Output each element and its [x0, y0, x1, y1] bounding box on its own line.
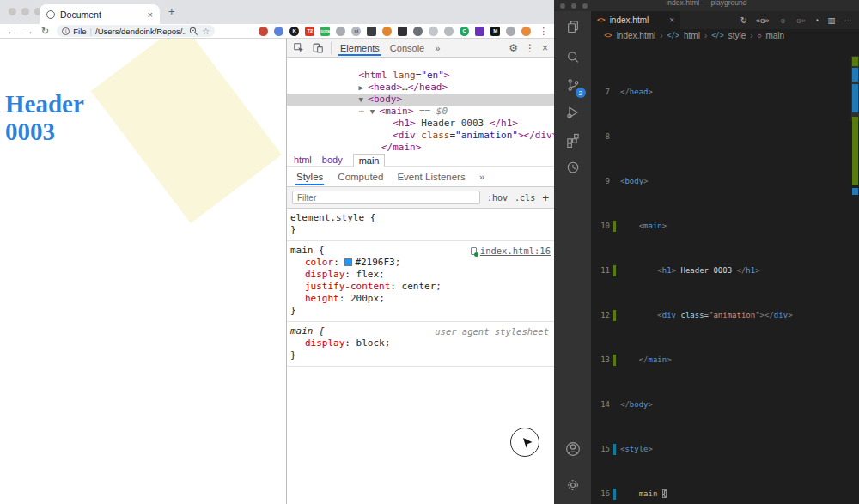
- breadcrumb-item[interactable]: index.html: [617, 31, 656, 40]
- tabbar-action-icon[interactable]: -o-: [778, 15, 789, 25]
- favicon-globe-icon: [46, 10, 55, 19]
- code-line[interactable]: 13 </main>: [591, 355, 859, 366]
- tab-close-icon[interactable]: ×: [148, 9, 153, 20]
- extension-icon[interactable]: K: [289, 27, 299, 36]
- rule-main[interactable]: main { index.html:16 color: #2196F3; dis…: [287, 241, 554, 322]
- devtools-menu-icon[interactable]: ⋮: [525, 42, 535, 54]
- breadcrumb-item[interactable]: main: [765, 31, 784, 40]
- search-icon[interactable]: [554, 47, 591, 68]
- stylesheet-source-link[interactable]: index.html:16: [480, 245, 551, 257]
- editor-tab[interactable]: <> index.html ×: [591, 11, 680, 29]
- timeline-clock-icon[interactable]: [554, 157, 591, 178]
- extension-icon[interactable]: [475, 27, 484, 36]
- device-toolbar-icon[interactable]: [312, 42, 324, 54]
- code-line[interactable]: 12 <div class="animation"></div>: [591, 310, 859, 321]
- tabbar-action-icon[interactable]: ◔: [814, 15, 819, 25]
- css-token: center: [402, 281, 436, 292]
- code-line[interactable]: 8: [591, 131, 859, 143]
- code-line[interactable]: 11 <h1> Header 0003 </h1>: [591, 265, 859, 276]
- extension-icon[interactable]: [521, 27, 531, 36]
- extension-icon[interactable]: [274, 27, 283, 36]
- extension-icon[interactable]: 72: [305, 27, 314, 36]
- extension-icon[interactable]: si: [351, 27, 361, 36]
- explorer-icon[interactable]: [554, 16, 591, 37]
- breadcrumb-html[interactable]: html: [294, 155, 312, 165]
- extension-icon[interactable]: [336, 27, 345, 36]
- devtools-toolbar: Elements Console » ⚙ ⋮ ×: [287, 39, 554, 58]
- breadcrumb-main[interactable]: main: [353, 154, 386, 167]
- account-icon[interactable]: [554, 439, 591, 459]
- code-line[interactable]: 10 <main>: [591, 221, 859, 232]
- source-control-icon[interactable]: 2: [554, 75, 591, 95]
- more-tabs-icon[interactable]: »: [433, 40, 442, 56]
- rule-user-agent[interactable]: main { user agent stylesheet display: bl…: [287, 322, 554, 367]
- browser-menu-icon[interactable]: ⋮: [539, 26, 554, 37]
- tabbar-action-icon[interactable]: ▥: [828, 15, 836, 25]
- extension-icon[interactable]: [506, 27, 515, 36]
- breadcrumb-body[interactable]: body: [322, 155, 343, 165]
- window-minimize-button[interactable]: [21, 8, 29, 15]
- bookmark-star-icon[interactable]: ☆: [202, 27, 210, 36]
- extension-icon[interactable]: [367, 27, 376, 36]
- browser-tab[interactable]: Document ×: [40, 4, 160, 24]
- code-line[interactable]: 14 </body>: [591, 399, 859, 410]
- css-declaration[interactable]: justify-content: center;: [290, 281, 551, 293]
- extension-icon[interactable]: DOTA: [320, 27, 330, 36]
- info-icon[interactable]: i: [62, 27, 70, 35]
- breadcrumb-item[interactable]: style: [728, 31, 746, 40]
- dom-token: ▼: [358, 95, 368, 104]
- tabbar-action-icon[interactable]: ↻: [740, 15, 747, 25]
- zoom-out-icon[interactable]: [189, 27, 198, 36]
- code-line[interactable]: 9 <body>: [591, 176, 859, 187]
- editor-tab-close-icon[interactable]: ×: [669, 15, 674, 25]
- tab-styles[interactable]: Styles: [295, 168, 324, 185]
- filter-input[interactable]: [292, 191, 480, 204]
- extension-icon[interactable]: C: [460, 27, 469, 36]
- code-area[interactable]: 7 </head> 8 9 <body>: [591, 42, 859, 504]
- tab-event-listeners[interactable]: Event Listeners: [397, 172, 465, 182]
- css-declaration[interactable]: display: flex;: [290, 269, 551, 281]
- extensions-icon[interactable]: [554, 130, 591, 150]
- extension-icon[interactable]: [429, 27, 438, 36]
- devtools-close-icon[interactable]: ×: [542, 42, 548, 54]
- tabbar-action-icon[interactable]: o»: [796, 15, 806, 25]
- breadcrumb-item[interactable]: html: [684, 31, 700, 40]
- rule-element-style[interactable]: element.style { }: [287, 209, 554, 241]
- more-panels-icon[interactable]: »: [479, 172, 484, 182]
- class-toggle[interactable]: .cls: [515, 193, 535, 203]
- reload-icon[interactable]: ↻: [41, 27, 49, 36]
- css-declaration[interactable]: display: block;: [290, 337, 551, 349]
- tabbar-action-icon[interactable]: ⋯: [844, 15, 853, 25]
- extension-icon[interactable]: [398, 27, 407, 36]
- new-style-rule-icon[interactable]: +: [542, 191, 549, 204]
- browser-toolbar: ← → ↻ i File | /Users/dendoink/Repos/...…: [0, 24, 554, 39]
- run-debug-icon[interactable]: [554, 102, 591, 123]
- css-declaration[interactable]: height: 200px;: [290, 293, 551, 305]
- inspect-element-icon[interactable]: [293, 42, 305, 54]
- settings-gear-icon[interactable]: ⚙: [509, 42, 518, 54]
- hover-state-toggle[interactable]: :hov: [487, 193, 508, 203]
- extension-icon[interactable]: M: [490, 27, 500, 36]
- window-close-button[interactable]: [9, 8, 16, 15]
- extension-icon[interactable]: [413, 27, 423, 36]
- extension-icon[interactable]: [259, 27, 268, 36]
- extension-icon[interactable]: [444, 27, 454, 36]
- code-token: >: [662, 222, 667, 230]
- tabbar-action-icon[interactable]: «o»: [756, 15, 770, 25]
- back-icon[interactable]: ←: [7, 27, 16, 36]
- dom-tree-row[interactable]: <html lang="en">: [287, 58, 554, 70]
- tab-computed[interactable]: Computed: [338, 172, 383, 182]
- address-bar[interactable]: i File | /Users/dendoink/Repos/... ☆: [57, 25, 215, 37]
- forward-icon[interactable]: →: [24, 27, 34, 36]
- code-line[interactable]: 16 main {: [591, 489, 859, 500]
- settings-gear-icon[interactable]: [554, 475, 591, 495]
- code-line[interactable]: 7 </head>: [591, 87, 859, 98]
- url-scheme: File: [73, 27, 86, 36]
- css-declaration[interactable]: color: #2196F3;: [290, 257, 551, 269]
- extension-icon[interactable]: [382, 27, 392, 36]
- tab-console[interactable]: Console: [388, 40, 426, 56]
- line-number: 12: [591, 310, 610, 321]
- new-tab-button[interactable]: +: [168, 5, 175, 18]
- tab-elements[interactable]: Elements: [338, 40, 381, 56]
- code-line[interactable]: 15 <style>: [591, 444, 859, 455]
